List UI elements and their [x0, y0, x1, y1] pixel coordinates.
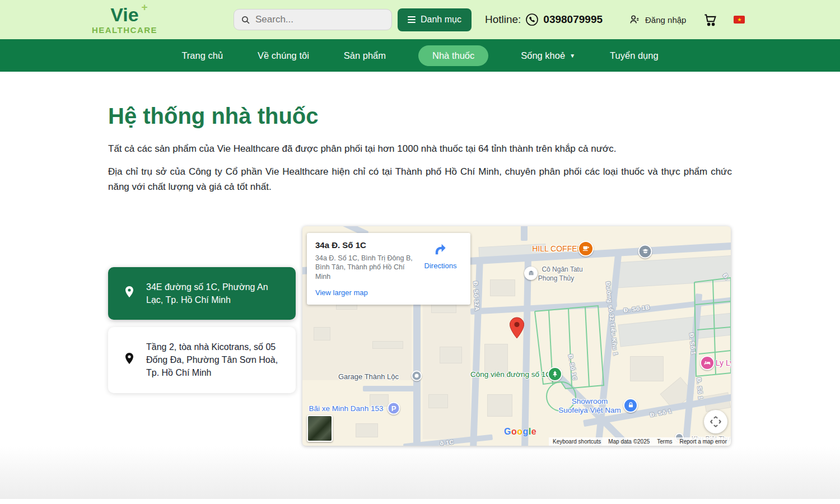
- school-icon: [638, 244, 652, 258]
- info-address: 34a Đ. Số 1C, Bình Trị Đông B, Bình Tân,…: [315, 254, 419, 282]
- login-label: Đăng nhập: [645, 15, 686, 25]
- google-logo[interactable]: Google: [504, 427, 536, 437]
- category-menu-button[interactable]: Danh mục: [398, 8, 472, 31]
- map-info-window: 34a Đ. Số 1C 34a Đ. Số 1C, Bình Trị Đông…: [307, 233, 470, 305]
- map-label: Suofeiya Việt Nam: [558, 405, 621, 414]
- main-content: Hệ thống nhà thuốc Tất cả các sản phẩm c…: [108, 72, 732, 446]
- search-box[interactable]: [234, 9, 392, 30]
- showroom-icon: [623, 398, 638, 413]
- logo-sparkle-icon: +: [142, 2, 148, 12]
- map-label: Showroom: [572, 396, 608, 405]
- site-header: Vie+ HEALTHCARE Danh mục Hotline: 039807…: [0, 0, 840, 39]
- nav-item-trang-chủ[interactable]: Trang chủ: [179, 45, 225, 66]
- map-label: Ly Ly: [716, 358, 731, 367]
- nav-item-tuyển-dụng[interactable]: Tuyển dụng: [608, 45, 661, 66]
- park-tree-icon: [548, 367, 562, 381]
- search-input[interactable]: [255, 14, 385, 25]
- parking-icon: P: [388, 402, 400, 414]
- nav-item-nhà-thuốc[interactable]: Nhà thuốc: [418, 45, 488, 66]
- fullscreen-button[interactable]: [704, 410, 727, 433]
- map-label: Garage Thành Lộc: [338, 372, 399, 380]
- view-larger-map-link[interactable]: View larger map: [315, 288, 368, 297]
- map-pin-icon: [123, 283, 136, 304]
- map-attribution: Keyboard shortcutsMap data ©2025TermsRep…: [549, 437, 731, 446]
- attribution-keyboard-shortcuts[interactable]: Keyboard shortcuts: [553, 438, 601, 445]
- location-address: Tầng 2, tòa nhà Kicotrans, số 05 Đống Đa…: [146, 340, 281, 380]
- map-pin-icon: [123, 350, 136, 370]
- address-paragraph: Địa chỉ trụ sở của Công ty Cổ phần Vie H…: [108, 164, 732, 194]
- user-icon: [628, 13, 641, 26]
- hotline-number[interactable]: 0398079995: [543, 13, 603, 26]
- nav-item-về-chúng-tôi[interactable]: Về chúng tôi: [255, 45, 311, 66]
- map-label: Phong Thủy: [538, 274, 575, 282]
- logo-subtext: HEALTHCARE: [84, 26, 165, 34]
- nav-item-sống-khoẻ[interactable]: Sống khoẻ▼: [519, 45, 577, 66]
- main-nav-items: Trang chủVề chúng tôiSản phẩmNhà thuốcSố…: [179, 45, 660, 66]
- location-address: 34E đường số 1C, Phường An Lạc, Tp. Hồ C…: [146, 281, 281, 306]
- login-button[interactable]: Đăng nhập: [628, 13, 686, 26]
- chevron-down-icon: ▼: [570, 53, 575, 59]
- phone-icon: [525, 13, 539, 26]
- poi-icon: [524, 267, 538, 280]
- map-marker-pin: [509, 317, 525, 342]
- search-icon: [241, 15, 250, 25]
- map-label: HILL COFFEE: [532, 244, 582, 253]
- location-card-2[interactable]: Tầng 2, tòa nhà Kicotrans, số 05 Đống Đa…: [108, 327, 296, 393]
- locations-list: 34E đường số 1C, Phường An Lạc, Tp. Hồ C…: [108, 226, 296, 446]
- menu-button-label: Danh mục: [421, 15, 461, 25]
- hotline-label: Hotline:: [485, 13, 521, 26]
- language-flag-vn[interactable]: ★: [734, 16, 745, 24]
- flag-star: ★: [737, 17, 741, 22]
- nav-item-sản-phẩm[interactable]: Sản phẩm: [342, 45, 388, 66]
- directions-icon: [433, 249, 448, 258]
- cart-button[interactable]: [703, 12, 718, 27]
- location-card-1[interactable]: 34E đường số 1C, Phường An Lạc, Tp. Hồ C…: [108, 267, 296, 320]
- attribution-map-data-2025: Map data ©2025: [608, 438, 650, 445]
- main-nav: Trang chủVề chúng tôiSản phẩmNhà thuốcSố…: [0, 39, 840, 72]
- map-label: ồ 1C: [440, 438, 454, 445]
- page-bottom-gradient: [0, 446, 840, 499]
- hamburger-icon: [408, 16, 416, 23]
- satellite-toggle[interactable]: [307, 415, 333, 442]
- coffee-shop-icon: [578, 241, 594, 256]
- attribution-report-a-map-error[interactable]: Report a map error: [680, 438, 727, 445]
- hotline: Hotline: 0398079995: [485, 13, 603, 26]
- locations-map-row: 34E đường số 1C, Phường An Lạc, Tp. Hồ C…: [108, 226, 732, 446]
- map-label: Công viên đường số 1C: [470, 370, 551, 378]
- map-label: Cô Ngân Tatu: [542, 265, 582, 273]
- attribution-terms[interactable]: Terms: [657, 438, 672, 445]
- map-label: Bãi xe Minh Danh 153: [309, 404, 384, 412]
- google-map[interactable]: 34a Đ. Số 1C 34a Đ. Số 1C, Bình Trị Đông…: [302, 226, 731, 446]
- hotel-icon: [700, 356, 715, 370]
- directions-label: Directions: [419, 262, 462, 270]
- logo-text: Vie+: [110, 5, 138, 24]
- page-title: Hệ thống nhà thuốc: [108, 72, 732, 129]
- info-title: 34a Đ. Số 1C: [315, 240, 419, 250]
- garage-icon: [412, 370, 422, 381]
- directions-button[interactable]: Directions: [419, 240, 462, 298]
- site-logo[interactable]: Vie+ HEALTHCARE: [84, 5, 165, 34]
- intro-paragraph: Tất cả các sản phẩm của Vie Healthcare đ…: [108, 141, 732, 156]
